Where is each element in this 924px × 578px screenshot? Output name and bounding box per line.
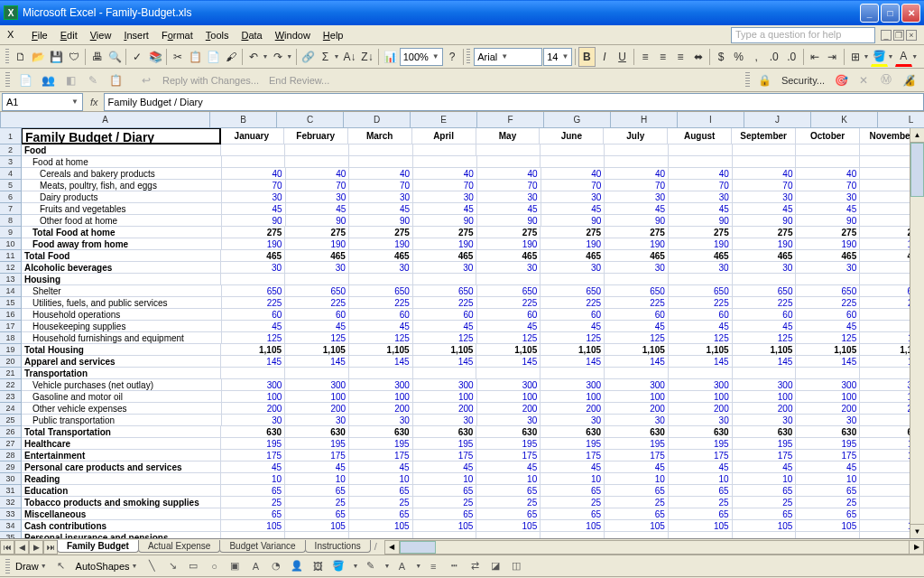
vscroll-thumb[interactable] — [910, 143, 924, 197]
cell-D25[interactable]: 30 — [349, 415, 413, 425]
cell-G21[interactable] — [541, 368, 605, 378]
cell-K17[interactable]: 45 — [796, 321, 860, 331]
cell-A16[interactable]: Household operations — [22, 309, 222, 320]
cell-K12[interactable]: 30 — [796, 262, 860, 273]
scroll-down-button[interactable]: ▼ — [910, 524, 924, 538]
cell-I1[interactable]: August — [668, 128, 732, 144]
open-button[interactable]: 📂 — [31, 47, 48, 67]
cell-G1[interactable]: June — [540, 128, 604, 144]
cell-I31[interactable]: 65 — [669, 485, 733, 496]
sec-icon-3[interactable]: Ⓜ — [876, 70, 896, 90]
cell-J30[interactable]: 10 — [733, 473, 797, 484]
copy-button[interactable]: 📋 — [188, 47, 205, 67]
row-header-2[interactable]: 2 — [0, 144, 22, 156]
cell-C4[interactable]: 40 — [286, 168, 350, 179]
cell-A23[interactable]: Gasoline and motor oil — [22, 391, 222, 402]
cell-H14[interactable]: 650 — [605, 285, 669, 296]
cell-C32[interactable]: 25 — [285, 497, 349, 508]
row-header-6[interactable]: 6 — [0, 191, 22, 203]
cell-J4[interactable]: 40 — [733, 168, 797, 179]
cell-K34[interactable]: 105 — [796, 520, 860, 531]
cell-B25[interactable]: 30 — [222, 415, 286, 425]
cell-J16[interactable]: 60 — [733, 309, 797, 320]
cell-F7[interactable]: 45 — [477, 203, 541, 214]
tab-nav-first[interactable]: ⏮ — [0, 540, 14, 555]
cell-G20[interactable]: 145 — [541, 356, 605, 367]
cell-B6[interactable]: 30 — [222, 191, 286, 202]
cell-H23[interactable]: 100 — [605, 391, 669, 402]
cell-E15[interactable]: 225 — [413, 297, 477, 308]
cell-B9[interactable]: 275 — [222, 227, 286, 238]
cell-I6[interactable]: 30 — [669, 191, 733, 202]
cell-I29[interactable]: 45 — [669, 461, 733, 472]
help-search-box[interactable]: Type a question for help — [731, 27, 875, 43]
row-header-4[interactable]: 4 — [0, 168, 22, 180]
borders-button[interactable]: ⊞ — [846, 47, 864, 67]
cell-F32[interactable]: 25 — [476, 497, 541, 508]
row-header-9[interactable]: 9 — [0, 227, 22, 238]
menu-help[interactable]: Help — [317, 28, 350, 42]
cell-D18[interactable]: 125 — [349, 332, 413, 343]
cell-J14[interactable]: 650 — [733, 285, 797, 296]
cell-I21[interactable] — [669, 368, 733, 378]
cell-C18[interactable]: 125 — [285, 332, 349, 343]
cell-E14[interactable]: 650 — [413, 285, 477, 296]
cell-B4[interactable]: 40 — [222, 168, 286, 179]
cell-I5[interactable]: 70 — [669, 180, 733, 191]
cell-J24[interactable]: 200 — [733, 403, 797, 414]
cell-B21[interactable] — [221, 368, 285, 378]
cell-F21[interactable] — [476, 368, 541, 378]
cell-E16[interactable]: 60 — [413, 309, 477, 320]
cell-E29[interactable]: 45 — [413, 461, 477, 472]
cell-B17[interactable]: 45 — [222, 321, 286, 331]
cell-J3[interactable] — [733, 156, 797, 167]
cell-J17[interactable]: 45 — [733, 321, 797, 331]
cell-D30[interactable]: 10 — [349, 473, 413, 484]
cell-E4[interactable]: 40 — [413, 168, 477, 179]
cell-E32[interactable]: 25 — [413, 497, 477, 508]
security-icon[interactable]: 🔒 — [755, 70, 775, 90]
cell-B2[interactable] — [221, 144, 285, 155]
cell-K8[interactable]: 90 — [796, 215, 860, 226]
security-button[interactable]: Security... — [778, 75, 828, 86]
menu-view[interactable]: View — [84, 28, 118, 42]
cell-F34[interactable]: 105 — [476, 520, 541, 531]
cell-C13[interactable] — [285, 274, 349, 284]
cell-A3[interactable]: Food at home — [22, 156, 222, 167]
cell-D12[interactable]: 30 — [349, 262, 413, 273]
cell-D2[interactable] — [349, 144, 413, 155]
cell-K32[interactable]: 25 — [796, 497, 860, 508]
format-painter-button[interactable]: 🖌 — [223, 47, 240, 67]
cell-J34[interactable]: 105 — [733, 520, 797, 531]
cell-K7[interactable]: 45 — [796, 203, 860, 214]
cell-I11[interactable]: 465 — [669, 250, 733, 261]
cell-G14[interactable]: 650 — [541, 285, 605, 296]
maximize-button[interactable]: □ — [881, 4, 900, 23]
toolbar-grip-2[interactable] — [467, 49, 470, 65]
cell-H11[interactable]: 465 — [605, 250, 669, 261]
cell-A33[interactable]: Miscellaneous — [22, 508, 221, 519]
cell-F28[interactable]: 175 — [476, 450, 541, 461]
cell-E11[interactable]: 465 — [413, 250, 477, 261]
cell-G27[interactable]: 195 — [541, 438, 605, 449]
cell-D8[interactable]: 90 — [349, 215, 413, 226]
increase-decimal-button[interactable]: .0 — [765, 47, 782, 67]
vertical-scrollbar[interactable]: ▲ ▼ — [910, 128, 924, 538]
row-header-22[interactable]: 22 — [0, 379, 22, 391]
col-header-A[interactable]: A — [1, 112, 210, 127]
cell-G5[interactable]: 70 — [541, 180, 605, 191]
cell-C26[interactable]: 630 — [285, 426, 349, 437]
cell-D9[interactable]: 275 — [349, 227, 413, 238]
cell-B15[interactable]: 225 — [222, 297, 286, 308]
cell-E30[interactable]: 10 — [413, 473, 477, 484]
cell-B26[interactable]: 630 — [221, 426, 285, 437]
cell-B16[interactable]: 60 — [222, 309, 286, 320]
cell-G28[interactable]: 175 — [541, 450, 605, 461]
cell-C24[interactable]: 200 — [285, 403, 349, 414]
autosum-button[interactable]: Σ — [317, 47, 334, 67]
cell-G7[interactable]: 45 — [541, 203, 605, 214]
cell-J9[interactable]: 275 — [733, 227, 797, 238]
cell-E28[interactable]: 175 — [413, 450, 477, 461]
row-header-27[interactable]: 27 — [0, 438, 22, 450]
cell-I12[interactable]: 30 — [669, 262, 733, 273]
